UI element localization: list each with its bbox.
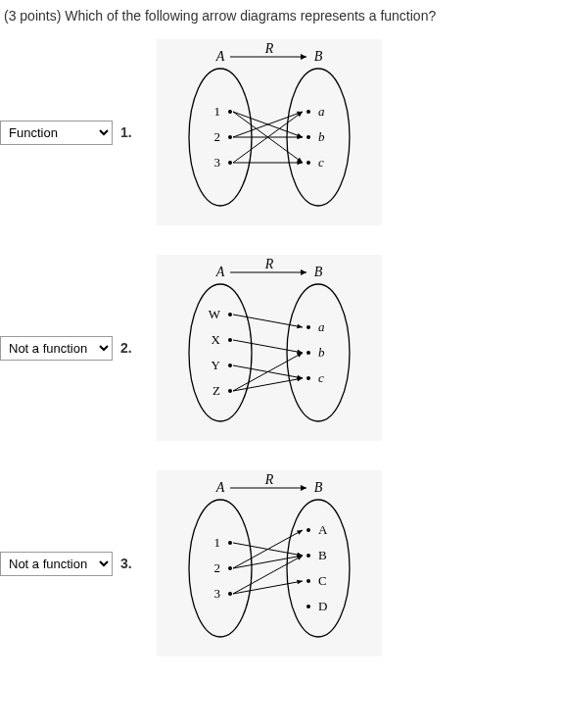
- question-row: FunctionNot a function2.ABRWXYZabc: [0, 255, 565, 441]
- svg-text:B: B: [314, 480, 323, 495]
- svg-point-15: [306, 135, 310, 139]
- svg-line-58: [233, 353, 303, 391]
- answer-select[interactable]: FunctionNot a function: [0, 336, 113, 361]
- arrow-diagram: ABR123abc: [157, 39, 382, 225]
- svg-text:D: D: [318, 599, 327, 613]
- svg-point-39: [228, 313, 232, 316]
- svg-text:1: 1: [214, 104, 221, 119]
- svg-point-17: [306, 161, 310, 165]
- svg-text:Z: Z: [212, 383, 220, 398]
- svg-marker-3: [301, 54, 306, 60]
- control-column: FunctionNot a function1.: [0, 121, 157, 145]
- svg-point-50: [306, 376, 310, 380]
- svg-point-74: [228, 592, 232, 596]
- svg-marker-92: [297, 580, 303, 585]
- svg-text:A: A: [318, 522, 328, 537]
- svg-point-13: [306, 110, 310, 114]
- svg-point-12: [228, 161, 232, 165]
- svg-point-67: [189, 500, 252, 637]
- svg-point-79: [306, 579, 310, 583]
- svg-text:a: a: [318, 104, 325, 119]
- answer-select[interactable]: FunctionNot a function: [0, 552, 113, 576]
- item-number: 2.: [120, 340, 132, 356]
- svg-text:B: B: [314, 265, 323, 279]
- arrow-diagram: ABR123ABCD: [157, 470, 382, 656]
- svg-point-72: [228, 566, 232, 570]
- svg-line-89: [233, 556, 303, 594]
- svg-point-10: [228, 135, 232, 139]
- svg-text:R: R: [264, 472, 274, 487]
- arrow-diagram: ABRWXYZabc: [157, 255, 382, 441]
- svg-text:1: 1: [214, 535, 221, 550]
- answer-select[interactable]: FunctionNot a function: [0, 121, 113, 145]
- svg-text:b: b: [318, 345, 325, 360]
- question-row: FunctionNot a function3.ABR123ABCD: [0, 470, 565, 656]
- svg-text:B: B: [314, 49, 323, 64]
- svg-text:R: R: [264, 41, 274, 56]
- svg-point-75: [306, 528, 310, 532]
- svg-point-81: [306, 605, 310, 608]
- svg-text:W: W: [209, 307, 221, 321]
- svg-text:3: 3: [214, 586, 221, 601]
- control-column: FunctionNot a function3.: [0, 552, 157, 576]
- svg-text:c: c: [318, 155, 324, 170]
- svg-text:b: b: [318, 129, 325, 144]
- svg-line-54: [233, 340, 303, 353]
- control-column: FunctionNot a function2.: [0, 336, 157, 361]
- item-number: 1.: [120, 124, 132, 140]
- svg-point-8: [228, 110, 232, 114]
- svg-point-68: [287, 500, 350, 637]
- question-text: (3 points) Which of the following arrow …: [0, 0, 565, 39]
- svg-point-48: [306, 351, 310, 355]
- svg-text:C: C: [318, 573, 327, 588]
- svg-line-87: [233, 556, 303, 568]
- svg-line-85: [233, 530, 303, 568]
- svg-text:R: R: [264, 257, 274, 271]
- svg-text:A: A: [215, 49, 225, 64]
- svg-marker-53: [297, 324, 303, 329]
- svg-marker-65: [301, 485, 306, 491]
- svg-text:2: 2: [214, 560, 221, 575]
- svg-point-43: [228, 364, 232, 367]
- svg-point-46: [306, 325, 310, 329]
- svg-text:Y: Y: [212, 358, 221, 372]
- svg-text:B: B: [318, 548, 327, 562]
- svg-marker-34: [301, 269, 306, 275]
- svg-text:c: c: [318, 370, 324, 385]
- svg-text:3: 3: [214, 155, 221, 170]
- svg-point-36: [189, 284, 252, 421]
- svg-point-41: [228, 338, 232, 342]
- svg-point-70: [228, 541, 232, 545]
- svg-text:A: A: [215, 480, 225, 495]
- question-row: FunctionNot a function1.ABR123abc: [0, 39, 565, 225]
- svg-text:X: X: [212, 332, 221, 347]
- item-number: 3.: [120, 556, 132, 571]
- svg-point-77: [306, 554, 310, 558]
- svg-point-45: [228, 389, 232, 393]
- svg-text:A: A: [215, 265, 225, 279]
- svg-text:2: 2: [214, 129, 221, 144]
- svg-text:a: a: [318, 319, 325, 334]
- svg-line-91: [233, 581, 303, 594]
